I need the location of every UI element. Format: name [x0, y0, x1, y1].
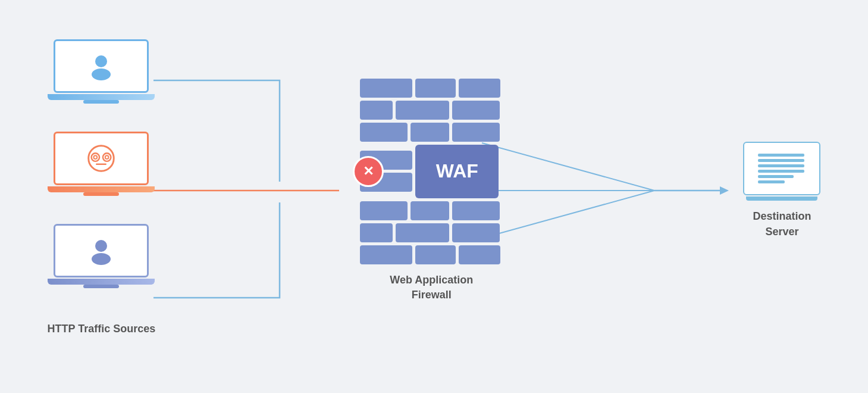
brick — [360, 245, 412, 264]
server-line-6 — [758, 180, 785, 183]
laptop-foot — [83, 100, 119, 104]
brick-row-6 — [360, 245, 503, 264]
brick-row-1 — [360, 79, 503, 98]
laptop-foot-bottom — [83, 285, 119, 288]
brick-row-5 — [360, 223, 503, 242]
waf-text: WAF — [436, 160, 478, 182]
laptop-base — [48, 94, 155, 100]
server-line-2 — [758, 159, 804, 162]
brick-row-3 — [360, 123, 503, 142]
brick — [411, 201, 449, 220]
brick — [459, 79, 500, 98]
brick — [415, 245, 456, 264]
brick — [452, 101, 500, 120]
waf-label: Web ApplicationFirewall — [390, 273, 473, 302]
svg-point-8 — [94, 155, 98, 159]
sources-label: HTTP Traffic Sources — [48, 322, 156, 336]
server-lines — [758, 154, 806, 183]
attacker-icon — [84, 141, 118, 176]
laptop-screen-attacker — [54, 132, 149, 185]
svg-point-7 — [92, 153, 100, 161]
svg-point-12 — [95, 240, 107, 252]
svg-marker-3 — [720, 186, 729, 195]
waf-main-block: WAF — [415, 145, 499, 198]
laptop-normal-bottom — [54, 224, 149, 292]
server-line-4 — [758, 170, 804, 173]
sources-column: HTTP Traffic Sources — [48, 39, 156, 336]
laptop-base-bottom — [48, 279, 155, 285]
waf-structure: WAF ✕ — [360, 79, 503, 264]
svg-point-4 — [95, 55, 107, 67]
svg-point-5 — [92, 68, 111, 80]
brick — [360, 79, 412, 98]
server-base — [746, 196, 817, 201]
brick — [360, 123, 408, 142]
laptop-foot-attacker — [83, 192, 119, 196]
brick-grid-bottom — [360, 201, 503, 264]
server-line-3 — [758, 164, 804, 167]
server-icon — [743, 142, 820, 195]
svg-point-13 — [92, 253, 111, 265]
user-icon-bottom — [86, 235, 117, 266]
brick — [360, 223, 393, 242]
laptop-base-attacker — [48, 186, 155, 192]
laptop-screen-bottom — [54, 224, 149, 277]
brick — [459, 245, 500, 264]
waf-column: WAF ✕ — [360, 79, 503, 302]
brick — [411, 123, 449, 142]
brick — [360, 201, 408, 220]
brick-grid-top — [360, 79, 503, 142]
destination-label: DestinationServer — [753, 209, 811, 239]
brick — [452, 201, 500, 220]
destination-column: DestinationServer — [743, 142, 820, 239]
server-line-1 — [758, 154, 804, 157]
brick — [452, 223, 500, 242]
laptop-attacker — [54, 132, 149, 200]
svg-point-9 — [103, 153, 111, 161]
brick — [452, 123, 500, 142]
waf-diagram: HTTP Traffic Sources — [48, 24, 821, 369]
brick — [415, 79, 456, 98]
brick-row-2 — [360, 101, 503, 120]
brick-row-4 — [360, 201, 503, 220]
block-circle: ✕ — [353, 156, 384, 187]
block-x-icon: ✕ — [363, 165, 374, 178]
brick — [396, 101, 449, 120]
laptop-screen — [54, 39, 149, 93]
svg-point-10 — [105, 155, 109, 159]
laptop-normal-top — [54, 39, 149, 108]
brick — [360, 101, 393, 120]
user-icon — [86, 51, 117, 82]
server-line-5 — [758, 175, 794, 178]
brick — [396, 223, 449, 242]
